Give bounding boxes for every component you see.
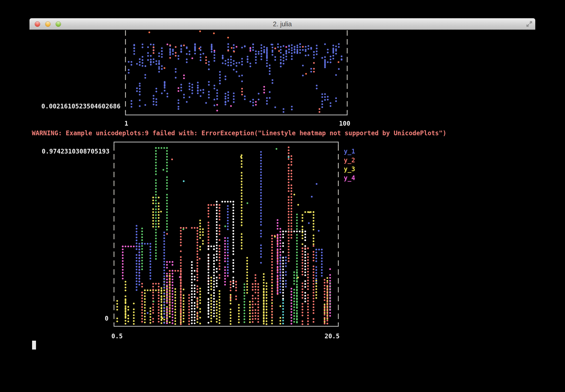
warning-message: WARNING: Example unicodeplots:9 failed w…: [32, 130, 446, 136]
plot2-ymin-label: 0: [105, 315, 109, 322]
window-title: 2. julia: [29, 18, 535, 30]
legend-item-y3: y_3: [344, 166, 355, 172]
plot2-ymax-label: 0.9742310308705193: [42, 148, 110, 155]
window-titlebar[interactable]: 2. julia: [29, 18, 535, 30]
terminal-window: 2. julia 0.0021610523504602686 1 100 WAR…: [29, 18, 535, 392]
screen: 2. julia 0.0021610523504602686 1 100 WAR…: [0, 0, 565, 392]
plot1-ymax-label: 0.0021610523504602686: [41, 103, 121, 109]
plot1-xmin-label: 1: [124, 120, 128, 127]
plot2-xmax-label: 20.5: [324, 333, 340, 339]
legend-item-y2: y_2: [344, 157, 355, 163]
plot-canvas: [29, 30, 535, 392]
terminal-cursor: [32, 341, 36, 350]
plot1-xmax-label: 100: [339, 120, 350, 127]
legend-item-y1: y_1: [344, 148, 355, 155]
plot2-xmin-label: 0.5: [111, 333, 123, 339]
fullscreen-icon[interactable]: [526, 21, 533, 27]
legend-item-y4: y_4: [344, 175, 355, 181]
terminal-content[interactable]: 0.0021610523504602686 1 100 WARNING: Exa…: [29, 30, 535, 392]
